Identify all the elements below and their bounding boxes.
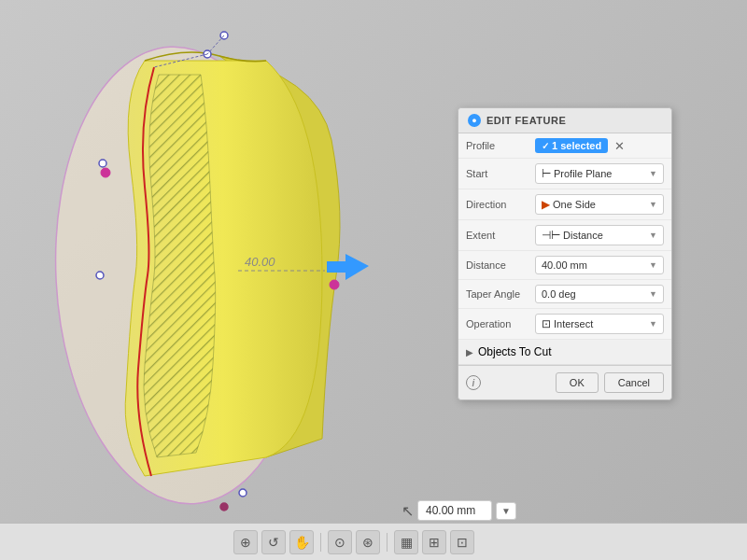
distance-label: Distance [466, 259, 531, 271]
toolbar-rotate-icon[interactable]: ↺ [261, 530, 286, 554]
start-value: ⊢ Profile Plane ▼ [535, 163, 664, 184]
start-chevron-icon: ▼ [649, 169, 657, 178]
distance-dropdown-text: 40.00 mm [542, 259, 587, 271]
extent-icon: ⊣⊢ [542, 229, 560, 242]
operation-row: Operation ⊡ Intersect ▼ [458, 309, 671, 340]
start-label: Start [466, 168, 531, 179]
extent-row: Extent ⊣⊢ Distance ▼ [458, 220, 671, 251]
taper-angle-row: Taper Angle 0.0 deg ▼ [458, 280, 671, 309]
direction-row: Direction ▶ One Side ▼ [458, 189, 671, 220]
objects-to-cut-section[interactable]: ▶ Objects To Cut [458, 340, 671, 365]
taper-angle-value: 0.0 deg ▼ [535, 285, 664, 303]
direction-icon: ▶ [542, 198, 550, 211]
plane-icon: ⊢ [542, 167, 551, 180]
info-dot: ● [472, 116, 476, 125]
toolbar-zoom-icon[interactable]: ⊙ [328, 530, 352, 554]
start-row: Start ⊢ Profile Plane ▼ [458, 159, 671, 189]
toolbar-separator-1 [320, 533, 321, 552]
toolbar-display-icon[interactable]: ⊞ [422, 530, 446, 554]
profile-label: Profile [466, 140, 531, 151]
edit-feature-panel: ● EDIT FEATURE Profile ✓ 1 selected ✕ St… [458, 107, 672, 400]
distance-chevron-icon: ▼ [649, 260, 657, 270]
direction-dropdown[interactable]: ▶ One Side ▼ [535, 194, 664, 215]
extent-dropdown[interactable]: ⊣⊢ Distance ▼ [535, 225, 664, 245]
toolbar-grid-icon[interactable]: ▦ [394, 530, 418, 554]
svg-point-9 [101, 168, 110, 177]
extent-chevron-icon: ▼ [649, 231, 657, 240]
3d-shape-svg: 40.00 [0, 0, 420, 532]
distance-value: 40.00 mm ▼ [535, 256, 664, 274]
bottom-dropdown-arrow[interactable]: ▼ [496, 502, 516, 520]
taper-angle-label: Taper Angle [466, 288, 531, 300]
panel-header-icon: ● [468, 114, 481, 127]
cancel-button[interactable]: Cancel [604, 372, 664, 393]
toolbar-separator-2 [387, 533, 388, 552]
info-symbol: i [472, 378, 475, 388]
bottom-input-area: ↖ ▼ [402, 500, 516, 521]
info-button[interactable]: i [466, 375, 481, 390]
direction-label: Direction [466, 199, 531, 210]
start-dropdown[interactable]: ⊢ Profile Plane ▼ [535, 163, 664, 184]
bottom-distance-input[interactable] [417, 500, 492, 521]
operation-chevron-icon: ▼ [649, 319, 657, 329]
svg-point-6 [99, 160, 106, 167]
profile-row: Profile ✓ 1 selected ✕ [458, 133, 671, 159]
panel-header: ● EDIT FEATURE [458, 108, 671, 133]
extent-label: Extent [466, 230, 531, 241]
collapse-triangle-icon: ▶ [466, 347, 473, 357]
svg-point-8 [330, 280, 339, 289]
distance-dropdown[interactable]: 40.00 mm ▼ [535, 256, 664, 274]
direction-value: ▶ One Side ▼ [535, 194, 664, 215]
svg-point-10 [239, 489, 247, 497]
objects-to-cut-label: Objects To Cut [478, 345, 551, 358]
checkmark-icon: ✓ [542, 141, 549, 151]
cursor-icon: ↖ [402, 502, 414, 520]
taper-angle-chevron-icon: ▼ [649, 289, 657, 299]
taper-angle-dropdown-text: 0.0 deg [542, 288, 576, 300]
extent-value: ⊣⊢ Distance ▼ [535, 225, 664, 245]
direction-chevron-icon: ▼ [649, 200, 657, 209]
bottom-toolbar: ⊕ ↺ ✋ ⊙ ⊛ ▦ ⊞ ⊡ [0, 523, 747, 560]
operation-dropdown[interactable]: ⊡ Intersect ▼ [535, 314, 664, 334]
taper-angle-dropdown[interactable]: 0.0 deg ▼ [535, 285, 664, 303]
svg-text:40.00: 40.00 [245, 255, 275, 269]
profile-badge[interactable]: ✓ 1 selected [535, 138, 608, 153]
operation-value: ⊡ Intersect ▼ [535, 314, 664, 334]
profile-badge-text: 1 selected [552, 140, 601, 151]
operation-icon: ⊡ [542, 317, 551, 330]
extent-dropdown-text: Distance [563, 230, 603, 241]
svg-point-11 [220, 503, 228, 511]
profile-close-button[interactable]: ✕ [614, 139, 625, 153]
panel-footer: i OK Cancel [458, 365, 671, 399]
svg-point-7 [96, 272, 104, 279]
toolbar-section-icon[interactable]: ⊡ [450, 530, 474, 554]
toolbar-select-icon[interactable]: ⊕ [233, 530, 258, 554]
toolbar-fit-icon[interactable]: ⊛ [356, 530, 380, 554]
ok-button[interactable]: OK [556, 372, 599, 393]
operation-dropdown-text: Intersect [554, 318, 593, 329]
panel-title: EDIT FEATURE [486, 115, 566, 126]
distance-row: Distance 40.00 mm ▼ [458, 251, 671, 280]
profile-value: ✓ 1 selected ✕ [535, 138, 664, 153]
operation-label: Operation [466, 318, 531, 329]
toolbar-pan-icon[interactable]: ✋ [289, 530, 314, 554]
start-dropdown-text: Profile Plane [554, 168, 612, 179]
direction-dropdown-text: One Side [553, 199, 596, 210]
